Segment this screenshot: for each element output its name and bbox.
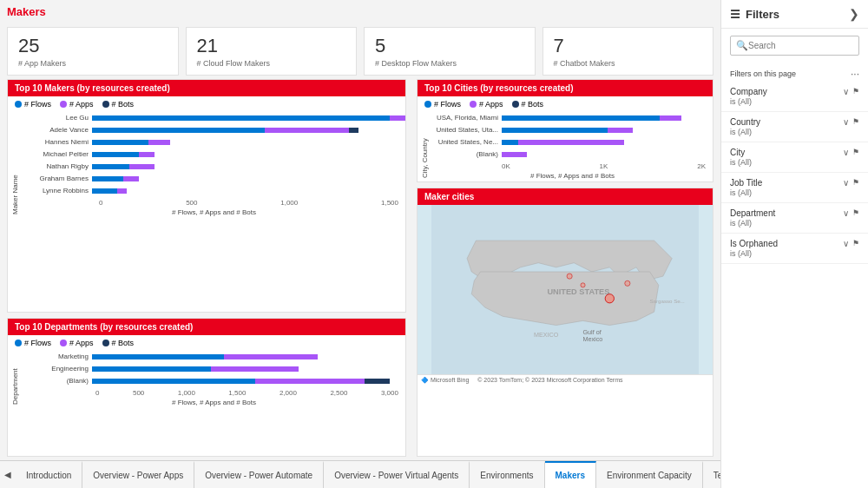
table-row: United States, Ne... (432, 136, 713, 147)
legend-dot-bots (102, 101, 109, 108)
makers-chart-title: Top 10 Makers (by resources created) (8, 80, 405, 96)
departments-legend: # Flows # Apps # Bots (8, 335, 405, 349)
filters-title: ☰ Filters (730, 8, 779, 21)
map-provider: 🔷 Microsoft Bing (421, 377, 469, 383)
departments-chart: Top 10 Departments (by resources created… (7, 318, 406, 457)
stat-card-3: 7 # Chatbot Makers (542, 27, 714, 76)
stat-number-3: 7 (554, 35, 703, 57)
table-row: Michael Peltier (23, 148, 405, 159)
table-row: Engineering (23, 363, 405, 373)
svg-text:UNITED STATES: UNITED STATES (547, 287, 609, 296)
cities-chart-title: Top 10 Cities (by resources created) (418, 80, 713, 96)
filter-icon: ☰ (730, 8, 740, 21)
legend-label-apps: # Apps (69, 100, 94, 109)
cities-y-axis: City, Country (418, 110, 432, 181)
dept-legend-apps: # Apps (69, 339, 94, 347)
stat-label-2: # Desktop Flow Makers (375, 59, 524, 68)
legend-dot-apps (60, 101, 67, 108)
cities-chart-body: City, Country USA, Florida, MiamiUnited … (418, 110, 713, 181)
table-row: USA, Florida, Miami (432, 112, 713, 122)
dept-legend-dot-flows (15, 340, 22, 346)
dept-legend-flows: # Flows (24, 339, 51, 347)
cities-legend-dot-apps (470, 101, 477, 108)
stat-label-0: # App Makers (18, 59, 168, 68)
cities-legend-dot-flows (424, 101, 431, 108)
makers-bars: Lee GuAdele VanceHannes NiemiMichael Pel… (23, 112, 405, 195)
filter-items-container: Company∨⚑is (All)Country∨⚑is (All)City∨⚑… (721, 82, 868, 264)
svg-point-8 (605, 294, 614, 303)
cities-chart: Top 10 Cities (by resources created) # F… (417, 79, 713, 182)
filters-header: ☰ Filters ❯ (721, 0, 868, 29)
filter-item[interactable]: Job Title∨⚑is (All) (721, 173, 868, 203)
filters-options-btn[interactable]: ··· (851, 68, 859, 80)
legend-label-bots: # Bots (112, 100, 135, 109)
legend-dot-flows (15, 101, 22, 108)
filters-expand-btn[interactable]: ❯ (849, 7, 859, 21)
table-row: (Blank) (23, 375, 405, 386)
cities-x-title: # Flows, # Apps and # Bots (432, 170, 713, 181)
filters-panel: ☰ Filters ❯ 🔍 Filters on this page ··· C… (720, 0, 868, 488)
table-row: Adele Vance (23, 124, 405, 135)
legend-flows: # Flows (15, 100, 51, 109)
stats-row: 25 # App Makers 21 # Cloud Flow Makers 5… (0, 20, 720, 79)
cities-legend-bots: # Bots (522, 100, 544, 109)
dept-x-axis: 0 500 1,000 1,500 2,000 2,500 3,000 (23, 387, 405, 397)
cities-bars: USA, Florida, MiamiUnited States, Uta...… (432, 112, 713, 159)
cities-x-axis: 0K 1K 2K (432, 161, 713, 170)
departments-chart-body: Department MarketingEngineering(Blank) 0… (8, 349, 405, 408)
svg-text:Gulf of: Gulf of (583, 329, 602, 336)
table-row: Lee Gu (23, 112, 405, 122)
stat-card-1: 21 # Cloud Flow Makers (186, 27, 358, 76)
stat-number-0: 25 (18, 35, 168, 57)
tab-introduction[interactable]: Introduction (16, 461, 82, 489)
dept-legend-dot-apps (60, 340, 67, 346)
makers-x-axis: 0 500 1,000 1,500 (23, 197, 405, 207)
dept-bars: MarketingEngineering(Blank) (23, 351, 405, 386)
makers-legend: # Flows # Apps # Bots (8, 96, 405, 110)
stat-label-1: # Cloud Flow Makers (197, 59, 346, 68)
filter-item[interactable]: Department∨⚑is (All) (721, 203, 868, 234)
tab-power-apps[interactable]: Overview - Power Apps (82, 461, 194, 489)
search-icon: 🔍 (736, 40, 748, 51)
tab-environment-capacity[interactable]: Environment Capacity (596, 461, 703, 489)
map-svg: Gulf of Mexico Sargasso Se... UNITED STA… (418, 205, 713, 374)
stat-number-1: 21 (197, 35, 346, 57)
map-copyright: © 2023 TomTom; © 2023 Microsoft Corporat… (477, 377, 622, 383)
filter-item[interactable]: Country∨⚑is (All) (721, 112, 868, 142)
tab-makers[interactable]: Makers (545, 461, 596, 489)
map-footer: 🔷 Microsoft Bing © 2023 TomTom; © 2023 M… (418, 374, 713, 386)
filter-item[interactable]: City∨⚑is (All) (721, 142, 868, 173)
cities-legend-dot-bots (512, 101, 519, 108)
svg-point-11 (581, 283, 585, 287)
stat-number-2: 5 (375, 35, 524, 57)
stat-card-2: 5 # Desktop Flow Makers (364, 27, 536, 76)
makers-y-axis: Maker Name (8, 110, 23, 218)
tab-power-virtual-agents[interactable]: Overview - Power Virtual Agents (324, 461, 470, 489)
filters-search-box[interactable]: 🔍 (730, 36, 859, 56)
legend-label-flows: # Flows (24, 100, 51, 109)
tab-environments[interactable]: Environments (470, 461, 544, 489)
cities-legend: # Flows # Apps # Bots (418, 96, 713, 110)
cities-legend-flows: # Flows (434, 100, 461, 109)
legend-apps: # Apps (60, 100, 94, 109)
bottom-tabs: ◀ Introduction Overview - Power Apps Ove… (0, 460, 720, 488)
filters-search-input[interactable] (748, 41, 858, 50)
makers-x-title: # Flows, # Apps and # Bots (23, 207, 405, 218)
svg-text:Sargasso Se...: Sargasso Se... (650, 298, 686, 304)
cities-legend-apps: # Apps (479, 100, 503, 109)
svg-point-10 (625, 280, 630, 286)
dept-legend-dot-bots (102, 340, 109, 346)
tab-power-automate[interactable]: Overview - Power Automate (194, 461, 324, 489)
page-title: Makers (0, 0, 720, 20)
svg-text:MEXICO: MEXICO (534, 332, 559, 339)
dept-x-title: # Flows, # Apps and # Bots (23, 397, 405, 408)
map-chart-title: Maker cities (418, 188, 713, 205)
svg-point-9 (567, 274, 572, 279)
tab-teams-environments[interactable]: Teams Environments (703, 461, 720, 489)
filter-item[interactable]: Is Orphaned∨⚑is (All) (721, 234, 868, 264)
tab-prev-btn[interactable]: ◀ (0, 461, 16, 489)
dept-legend-bots: # Bots (112, 339, 135, 347)
map-chart: Maker cities Gulf of Mexico (417, 188, 713, 457)
filter-item[interactable]: Company∨⚑is (All) (721, 82, 868, 112)
legend-bots: # Bots (102, 100, 135, 109)
